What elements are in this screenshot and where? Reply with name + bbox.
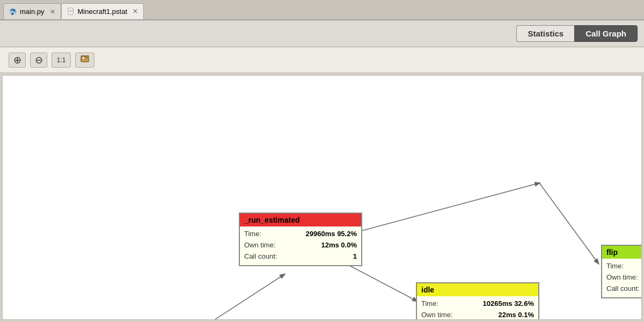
flip-callcount-row: Call count: — [606, 283, 642, 295]
idle-owntime-label: Own time: — [421, 310, 459, 320]
flip-owntime-label: Own time: — [606, 272, 642, 283]
tab-minecraft-pstat[interactable]: Minecraft1.pstat ✕ — [61, 3, 144, 19]
idle-time-value: 10265ms 32.6% — [483, 298, 534, 310]
svg-rect-7 — [82, 57, 85, 60]
idle-body: Time: 10265ms 32.6% Own time: 22ms 0.1% … — [417, 296, 538, 320]
call-graph-button[interactable]: Call Graph — [574, 25, 638, 42]
flip-owntime-row: Own time: — [606, 272, 642, 283]
view-buttons: Statistics Call Graph — [516, 25, 638, 42]
file-icon — [67, 8, 75, 15]
canvas-area[interactable]: _run_estimated Time: 29960ms 95.2% Own t… — [2, 75, 642, 320]
zoom-reset-button[interactable]: 1:1 — [52, 53, 71, 68]
zoom-out-icon: ⊖ — [35, 54, 43, 66]
tab-main-py-close[interactable]: ✕ — [50, 8, 55, 16]
svg-text:Py: Py — [10, 10, 16, 15]
tab-main-py[interactable]: Py main.py ✕ — [3, 3, 61, 19]
flip-node[interactable]: flip Time: Own time: Call count: — [601, 245, 642, 298]
flip-callcount-label: Call count: — [606, 283, 642, 295]
zoom-toolbar: ⊕ ⊖ 1:1 — [0, 47, 644, 73]
tab-bar: Py main.py ✕ Minecraft1.pstat ✕ — [0, 0, 644, 20]
run-estimated-title: _run_estimated — [240, 214, 361, 226]
idle-owntime-value: 22ms 0.1% — [499, 310, 535, 320]
python-icon: Py — [9, 8, 17, 16]
flip-time-row: Time: — [606, 261, 642, 272]
run-estimated-callcount-row: Call count: 1 — [244, 251, 357, 262]
svg-line-12 — [539, 183, 598, 264]
idle-time-row: Time: 10265ms 32.6% — [421, 298, 534, 310]
svg-line-9 — [169, 274, 284, 319]
run-estimated-time-value: 29960ms 95.2% — [306, 229, 357, 240]
tab-minecraft-pstat-close[interactable]: ✕ — [133, 8, 138, 15]
zoom-reset-icon: 1:1 — [57, 56, 66, 64]
run-estimated-body: Time: 29960ms 95.2% Own time: 12ms 0.0% … — [240, 226, 361, 265]
zoom-in-button[interactable]: ⊕ — [9, 53, 26, 68]
arrows-svg — [3, 76, 641, 319]
run-estimated-owntime-label: Own time: — [244, 240, 282, 251]
statistics-button[interactable]: Statistics — [516, 25, 574, 42]
svg-line-11 — [360, 183, 539, 231]
tab-minecraft-pstat-label: Minecraft1.pstat — [78, 8, 128, 16]
idle-time-label: Time: — [421, 298, 459, 310]
run-estimated-callcount-value: 1 — [353, 251, 357, 262]
flip-body: Time: Own time: Call count: — [602, 259, 642, 297]
zoom-out-button[interactable]: ⊖ — [30, 53, 47, 68]
tab-main-py-label: main.py — [20, 8, 45, 16]
idle-title: idle — [417, 283, 538, 296]
flip-title: flip — [602, 246, 642, 259]
run-estimated-callcount-label: Call count: — [244, 251, 282, 262]
flip-time-label: Time: — [606, 261, 642, 272]
run-estimated-time-row: Time: 29960ms 95.2% — [244, 229, 357, 240]
idle-node[interactable]: idle Time: 10265ms 32.6% Own time: 22ms … — [416, 282, 539, 320]
run-estimated-node[interactable]: _run_estimated Time: 29960ms 95.2% Own t… — [239, 213, 362, 266]
zoom-in-icon: ⊕ — [13, 54, 21, 66]
top-toolbar: Statistics Call Graph — [0, 20, 644, 47]
zoom-fit-icon — [80, 54, 90, 66]
run-estimated-time-label: Time: — [244, 229, 282, 240]
idle-owntime-row: Own time: 22ms 0.1% — [421, 310, 534, 320]
zoom-fit-button[interactable] — [75, 53, 94, 68]
run-estimated-owntime-value: 12ms 0.0% — [321, 240, 357, 251]
run-estimated-owntime-row: Own time: 12ms 0.0% — [244, 240, 357, 251]
